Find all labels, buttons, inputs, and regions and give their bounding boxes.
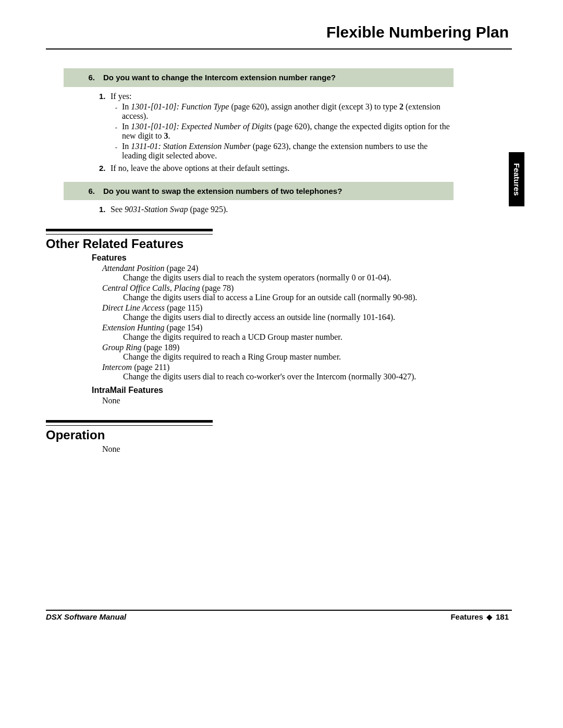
feature-desc: Change the digits users dial to reach co… [123,372,457,381]
list-number: 1. [99,92,111,162]
subheading-intramail: IntraMail Features [92,386,512,395]
bar-6a-content: 1. If yes: - In 1301-[01-10]: Function T… [99,92,451,173]
feature-desc: Change the digits users dial to directly… [123,313,457,322]
text: (page 620), assign another digit (except… [229,102,399,111]
features-block: Attendant Position (page 24) Change the … [102,264,457,381]
list-text: If no, leave the above options at their … [111,164,289,172]
question-bar-6b: 6. Do you want to swap the extension num… [63,181,454,201]
text: In [122,142,131,151]
operation-none: None [102,445,512,454]
feature-title: Intercom [102,363,132,372]
feature-desc: Change the digits users dial to reach th… [123,273,457,282]
question-bar-6a: 6. Do you want to change the Intercom ex… [63,68,454,88]
bold-value: 2 [399,102,403,111]
bar-number: 6. [64,182,100,201]
list-item: 2. If no, leave the above options at the… [99,164,451,173]
reference-link: 1301-[01-10]: Function Type [131,102,229,111]
section-title: Other Related Features [46,237,512,251]
footer-section-label: Features [450,612,483,621]
reference-link: 1301-[01-10]: Expected Number of Digits [131,122,272,131]
page-header: Flexible Numbering Plan [46,23,512,50]
feature-title: Attendant Position [102,264,165,273]
feature-page: (page 115) [165,303,202,312]
feature-title: Group Ring [102,343,141,352]
feature-desc: Change the digits required to reach a UC… [123,332,457,342]
list-number: 2. [99,164,111,173]
feature-page: (page 154) [165,323,203,332]
text: In [122,102,131,111]
footer-separator-icon: ◆ [483,612,496,621]
footer-page-number: 181 [496,612,509,621]
section-title: Operation [46,428,512,442]
bar-number: 6. [64,68,100,87]
feature-title: Central Office Calls, Placing [102,283,200,292]
bar-text: Do you want to change the Intercom exten… [100,68,454,87]
feature-title: Direct Line Access [102,303,165,312]
text: In [122,122,131,131]
dash-mark: - [111,122,122,141]
section-rule [46,229,213,235]
dash-mark: - [111,142,122,161]
footer-manual-title: DSX Software Manual [46,612,126,621]
feature-page: (page 211) [132,363,169,372]
dash-item: - In 1301-[01-10]: Function Type (page 6… [111,102,451,121]
section-operation: Operation None [46,420,512,454]
page-title: Flexible Numbering Plan [326,23,509,41]
feature-title: Extension Hunting [102,323,165,332]
feature-desc: Change the digits users dial to access a… [123,293,457,302]
intramail-none: None [102,396,512,405]
bar-text: Do you want to swap the extension number… [100,182,454,201]
text: See [111,205,125,214]
page-frame: Flexible Numbering Plan Features 6. Do y… [46,23,512,611]
feature-item: Attendant Position (page 24) Change the … [102,264,457,282]
dash-mark: - [111,102,122,121]
feature-page: (page 24) [165,264,199,273]
feature-desc: Change the digits required to reach a Ri… [123,352,457,362]
dash-item: - In 1311-01: Station Extension Number (… [111,142,451,161]
list-text: If yes: [111,92,131,101]
section-rule [46,420,213,426]
text: . [168,131,170,140]
text: (page 925). [188,205,228,214]
bar-6b-content: 1. See 9031-Station Swap (page 925). [99,205,451,214]
list-item: 1. See 9031-Station Swap (page 925). [99,205,451,214]
reference-link: 9031-Station Swap [125,205,188,214]
subheading-features: Features [92,253,512,263]
page-content: 6. Do you want to change the Intercom ex… [46,50,512,454]
feature-page: (page 189) [141,343,179,352]
feature-item: Intercom (page 211) Change the digits us… [102,363,457,381]
feature-item: Direct Line Access (page 115) Change the… [102,303,457,322]
footer-page-info: Features◆181 [450,612,509,622]
list-number: 1. [99,205,111,214]
dash-item: - In 1301-[01-10]: Expected Number of Di… [111,122,451,141]
reference-link: 1311-01: Station Extension Number [131,142,250,151]
list-item: 1. If yes: - In 1301-[01-10]: Function T… [99,92,451,162]
feature-item: Group Ring (page 189) Change the digits … [102,343,457,362]
feature-item: Central Office Calls, Placing (page 78) … [102,283,457,302]
feature-item: Extension Hunting (page 154) Change the … [102,323,457,342]
feature-page: (page 78) [200,283,234,292]
section-other-related-features: Other Related Features Features Attendan… [46,229,512,405]
